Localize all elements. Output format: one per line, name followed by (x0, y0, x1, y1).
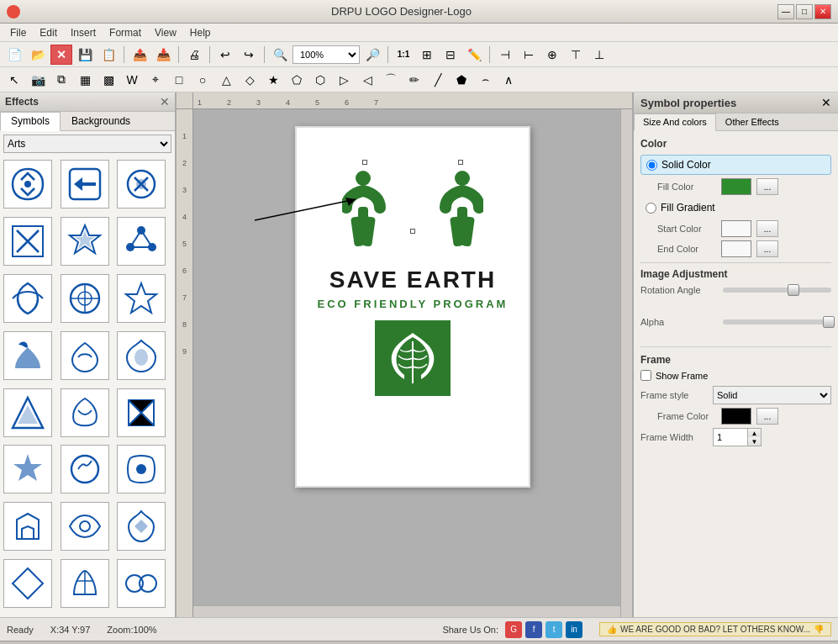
symbol-15[interactable] (117, 388, 166, 437)
handle-m[interactable] (410, 229, 415, 234)
menu-insert[interactable]: Insert (64, 25, 103, 40)
maximize-button[interactable]: □ (796, 4, 813, 19)
symbol-12[interactable] (117, 331, 166, 380)
menu-edit[interactable]: Edit (33, 25, 64, 40)
save-as-button[interactable]: 📋 (98, 45, 119, 65)
tab-size-colors[interactable]: Size And colors (634, 113, 716, 131)
symbol-10[interactable] (3, 331, 52, 380)
symbol-8[interactable] (61, 274, 109, 323)
solid-color-radio[interactable] (646, 160, 657, 171)
category-select[interactable]: ArtsAnimalsArrowsBusiness (3, 135, 171, 153)
leaf-box[interactable] (375, 320, 451, 396)
hexagon-button[interactable]: ⬡ (309, 70, 331, 90)
symbol-1[interactable] (3, 160, 52, 209)
symbol-4[interactable] (3, 217, 52, 266)
effects-close-button[interactable]: ✕ (160, 95, 170, 108)
h-scrollbar[interactable] (193, 605, 620, 617)
pentagon-button[interactable]: ⬠ (286, 70, 308, 90)
handle-mid[interactable] (410, 229, 415, 234)
cursor-button[interactable]: ⌖ (145, 70, 166, 90)
google-icon[interactable]: G (505, 621, 522, 638)
line-button[interactable]: ╱ (427, 70, 449, 90)
symbol-9[interactable] (117, 274, 166, 323)
symbol-6[interactable] (117, 217, 166, 266)
symbol-properties-close[interactable]: ✕ (821, 96, 831, 109)
fit-page-button[interactable]: ⊞ (416, 45, 438, 65)
symbol-21[interactable] (117, 502, 166, 551)
alpha-slider-track[interactable] (723, 319, 831, 325)
symbol-22[interactable] (3, 559, 52, 608)
poly-button[interactable]: ⬟ (451, 70, 472, 90)
frame-width-down[interactable]: ▼ (747, 437, 761, 446)
export-button[interactable]: 📤 (129, 45, 150, 65)
wordart-button[interactable]: W (121, 70, 143, 90)
end-color-swatch[interactable] (721, 240, 751, 257)
arc-button[interactable]: ⌢ (474, 70, 496, 90)
new-button[interactable]: 📄 (3, 45, 25, 65)
frame-width-up[interactable]: ▲ (747, 429, 761, 437)
qr-button[interactable]: ▩ (98, 70, 119, 90)
rotation-slider-track[interactable] (723, 288, 831, 293)
symbol-3[interactable] (117, 160, 166, 209)
frame-width-input[interactable] (714, 429, 747, 446)
triangle-button[interactable]: △ (215, 70, 237, 90)
canvas-page[interactable]: SAVE EARTH ECO FRIENDLY PROGRAM (295, 126, 530, 488)
fill-gradient-option[interactable]: Fill Gradient (640, 198, 831, 217)
symbol-19[interactable] (3, 502, 52, 551)
frame-color-swatch[interactable] (721, 408, 751, 425)
print-button[interactable]: 🖨 (183, 45, 205, 65)
align-center-button[interactable]: ⊕ (541, 45, 563, 65)
symbol-23[interactable] (61, 559, 109, 608)
tab-backgrounds[interactable]: Backgrounds (61, 112, 141, 130)
symbol-5[interactable] (61, 217, 109, 266)
arrow-left-button[interactable]: ◁ (356, 70, 378, 90)
zoom-in-button[interactable]: 🔍 (269, 45, 291, 65)
symbol-17[interactable] (61, 445, 109, 494)
facebook-icon[interactable]: f (525, 621, 542, 638)
minimize-button[interactable]: — (777, 4, 794, 19)
handle-tr[interactable] (458, 160, 463, 165)
align-bottom-button[interactable]: ⊥ (588, 45, 610, 65)
open-button[interactable]: 📂 (27, 45, 49, 65)
symbol-13[interactable] (3, 388, 52, 437)
fill-color-picker-button[interactable]: ... (756, 178, 778, 195)
redo-button[interactable]: ↪ (238, 45, 260, 65)
symbol-7[interactable] (3, 274, 52, 323)
properties-button[interactable]: ✏️ (463, 45, 485, 65)
symbol-24[interactable] (117, 559, 166, 608)
symbol-18[interactable] (117, 445, 166, 494)
v-scrollbar[interactable] (620, 109, 632, 617)
solid-color-option[interactable]: Solid Color (640, 155, 831, 175)
frame-style-select[interactable]: SolidDashedDotted (713, 386, 831, 404)
close-doc-button[interactable]: ✕ (50, 45, 72, 65)
linkedin-icon[interactable]: in (566, 621, 582, 638)
menu-file[interactable]: File (3, 25, 33, 40)
alpha-slider-thumb[interactable] (823, 316, 835, 328)
end-color-picker-button[interactable]: ... (756, 240, 778, 257)
symbol-16[interactable] (3, 445, 52, 494)
ellipse-button[interactable]: ○ (192, 70, 213, 90)
menu-help[interactable]: Help (183, 25, 218, 40)
grid-button[interactable]: ⊟ (440, 45, 461, 65)
tab-other-effects[interactable]: Other Effects (716, 113, 788, 130)
barcode-button[interactable]: ▦ (74, 70, 96, 90)
show-frame-checkbox[interactable] (640, 370, 651, 381)
curve-button[interactable]: ⌒ (380, 70, 402, 90)
undo-button[interactable]: ↩ (214, 45, 236, 65)
zigzag-button[interactable]: ∧ (498, 70, 519, 90)
symbol-20[interactable] (61, 502, 109, 551)
tab-symbols[interactable]: Symbols (0, 112, 61, 131)
symbol-14[interactable] (61, 388, 109, 437)
arrow-right-button[interactable]: ▷ (333, 70, 355, 90)
start-color-picker-button[interactable]: ... (756, 220, 778, 237)
canvas-inner[interactable]: SAVE EARTH ECO FRIENDLY PROGRAM (193, 109, 632, 617)
select-button[interactable]: ↖ (3, 70, 25, 90)
rectangle-button[interactable]: □ (168, 70, 190, 90)
import-button[interactable]: 📥 (152, 45, 174, 65)
close-window-button[interactable]: ✕ (814, 4, 831, 19)
handle-tl[interactable] (362, 160, 367, 165)
fill-color-swatch[interactable] (721, 178, 751, 195)
rotation-slider-thumb[interactable] (788, 284, 799, 296)
menu-view[interactable]: View (148, 25, 183, 40)
align-top-button[interactable]: ⊤ (565, 45, 587, 65)
